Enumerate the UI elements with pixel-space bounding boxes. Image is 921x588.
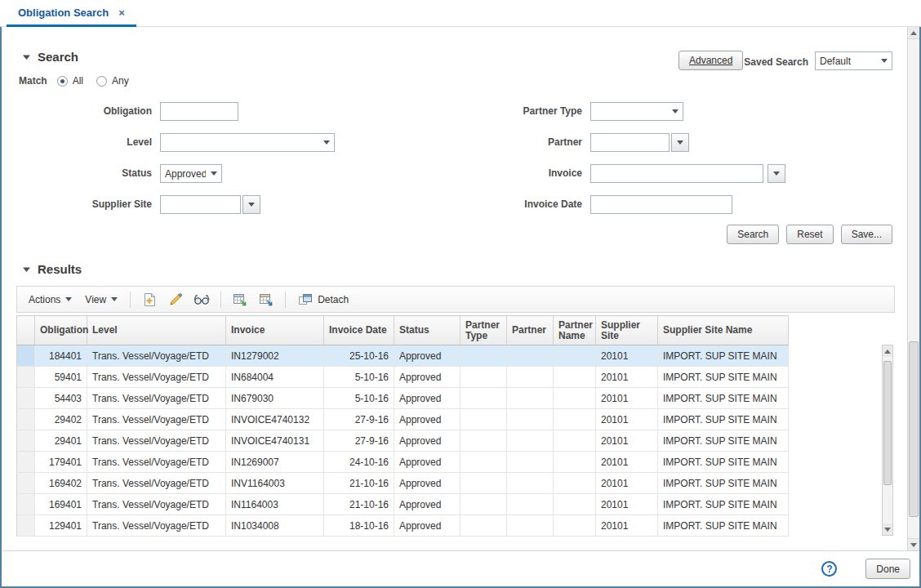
cell-obligation-link[interactable]: 184401 <box>35 345 87 367</box>
row-selector-cell[interactable] <box>17 494 35 515</box>
col-header-invoice-date[interactable]: Invoice Date <box>324 316 394 345</box>
invoice-dropdown-button[interactable] <box>768 164 785 183</box>
results-section-header[interactable]: Results <box>23 262 82 276</box>
match-any-option[interactable]: Any <box>96 75 129 87</box>
tab-obligation-search[interactable]: Obligation Search × <box>7 0 136 27</box>
table-row[interactable]: 29401 Trans. Vessel/Voyage/ETD INVOICE47… <box>17 430 789 452</box>
cell-level: Trans. Vessel/Voyage/ETD <box>87 473 226 494</box>
match-all-radio[interactable] <box>57 76 68 87</box>
cell-obligation-link[interactable]: 29402 <box>35 409 87 430</box>
table-row[interactable]: 29402 Trans. Vessel/Voyage/ETD INVOICE47… <box>17 409 789 430</box>
cell-partner-name <box>554 367 596 388</box>
done-button[interactable]: Done <box>865 559 910 579</box>
invoice-date-input[interactable] <box>590 195 732 214</box>
row-selector-cell[interactable] <box>17 452 35 473</box>
page-scrollbar-thumb[interactable] <box>909 341 919 517</box>
row-selector-cell[interactable] <box>17 345 35 367</box>
cell-obligation-link[interactable]: 129401 <box>35 515 87 537</box>
partner-dropdown-button[interactable] <box>671 133 689 152</box>
actions-menu[interactable]: Actions <box>22 291 78 309</box>
row-selector-cell[interactable] <box>17 409 35 430</box>
table-row[interactable]: 169402 Trans. Vessel/Voyage/ETD INV11640… <box>17 473 789 494</box>
cell-obligation-link[interactable]: 169401 <box>35 494 87 515</box>
table-row[interactable]: 54403 Trans. Vessel/Voyage/ETD IN679030 … <box>17 388 789 409</box>
row-selector-cell[interactable] <box>17 473 35 494</box>
cell-partner-name <box>554 473 596 494</box>
level-select[interactable] <box>160 133 335 152</box>
row-selector-cell[interactable] <box>17 367 35 388</box>
table-row[interactable]: 184401 Trans. Vessel/Voyage/ETD IN127900… <box>17 345 789 367</box>
toolbar-separator <box>220 292 221 308</box>
cell-obligation-link[interactable]: 29401 <box>35 430 87 452</box>
help-icon[interactable]: ? <box>821 561 837 577</box>
saved-search-select[interactable]: Default <box>815 51 892 70</box>
supplier-site-dropdown-button[interactable] <box>242 195 260 214</box>
table-row[interactable]: 129401 Trans. Vessel/Voyage/ETD IN103400… <box>17 515 789 537</box>
cell-partner <box>507 473 554 494</box>
partner-type-select[interactable] <box>590 102 683 121</box>
row-selector-cell[interactable] <box>17 515 35 537</box>
export-button[interactable] <box>255 289 278 310</box>
scroll-down-arrow[interactable] <box>908 538 919 550</box>
col-header-partner-name[interactable]: Partner Name <box>554 316 596 345</box>
cell-obligation-link[interactable]: 169402 <box>35 473 87 494</box>
col-header-status[interactable]: Status <box>394 316 461 345</box>
cell-supplier-site: 20101 <box>596 473 658 494</box>
detach-button[interactable]: Detach <box>291 290 355 310</box>
toolbar-separator <box>285 292 286 308</box>
col-header-partner[interactable]: Partner <box>507 316 554 345</box>
view-menu[interactable]: View <box>78 291 124 309</box>
table-row[interactable]: 59401 Trans. Vessel/Voyage/ETD IN684004 … <box>17 367 789 388</box>
col-header-partner-type[interactable]: Partner Type <box>461 316 507 345</box>
table-scrollbar-thumb[interactable] <box>883 361 892 485</box>
supplier-site-input[interactable] <box>160 195 241 214</box>
scroll-up-arrow[interactable] <box>883 345 892 357</box>
match-any-radio[interactable] <box>96 76 107 87</box>
row-selector-cell[interactable] <box>17 388 35 409</box>
table-scrollbar[interactable] <box>882 345 893 536</box>
cell-level: Trans. Vessel/Voyage/ETD <box>87 430 226 452</box>
cell-partner <box>507 452 554 473</box>
page-scrollbar[interactable] <box>907 27 919 550</box>
col-header-supplier-site[interactable]: Supplier Site <box>596 316 658 345</box>
edit-button[interactable] <box>164 289 187 310</box>
collapse-triangle-icon[interactable] <box>23 265 30 273</box>
cell-partner-name <box>554 494 596 515</box>
status-select[interactable]: Approved <box>160 164 222 183</box>
col-header-selector[interactable] <box>17 316 35 345</box>
cell-partner-type <box>461 367 507 388</box>
invoice-input[interactable] <box>590 164 763 183</box>
partner-input[interactable] <box>590 133 670 152</box>
cell-partner-type <box>461 494 507 515</box>
reset-button[interactable]: Reset <box>786 225 833 244</box>
cell-obligation-link[interactable]: 54403 <box>35 388 87 409</box>
tab-close-icon[interactable]: × <box>118 7 125 19</box>
cell-obligation-link[interactable]: 59401 <box>35 367 87 388</box>
tab-label: Obligation Search <box>18 7 109 19</box>
match-all-option[interactable]: All <box>57 75 83 87</box>
table-row[interactable]: 169401 Trans. Vessel/Voyage/ETD IN116400… <box>17 494 789 515</box>
search-section-header[interactable]: Search <box>23 50 78 64</box>
search-button[interactable]: Search <box>727 225 779 244</box>
chevron-down-icon <box>773 172 780 176</box>
cell-invoice-date: 5-10-16 <box>324 388 394 409</box>
view-record-button[interactable] <box>190 289 213 310</box>
save-button[interactable]: Save... <box>841 225 892 244</box>
invoice-label: Invoice <box>456 167 582 179</box>
col-header-invoice[interactable]: Invoice <box>226 316 324 345</box>
collapse-triangle-icon[interactable] <box>23 53 30 60</box>
table-row[interactable]: 179401 Trans. Vessel/Voyage/ETD IN126900… <box>17 452 789 473</box>
col-header-obligation[interactable]: Obligation <box>35 316 87 345</box>
cell-status: Approved <box>394 494 461 515</box>
col-header-level[interactable]: Level <box>87 316 226 345</box>
create-button[interactable] <box>138 289 161 310</box>
cell-obligation-link[interactable]: 179401 <box>35 452 87 473</box>
col-header-supplier-site-name[interactable]: Supplier Site Name <box>658 316 789 345</box>
scroll-up-arrow[interactable] <box>908 27 919 39</box>
obligation-input[interactable] <box>160 102 238 121</box>
match-any-label: Any <box>112 75 129 87</box>
row-selector-cell[interactable] <box>17 430 35 452</box>
export-to-excel-button[interactable] <box>229 289 251 310</box>
scroll-down-arrow[interactable] <box>883 523 892 535</box>
cell-level: Trans. Vessel/Voyage/ETD <box>87 345 226 367</box>
